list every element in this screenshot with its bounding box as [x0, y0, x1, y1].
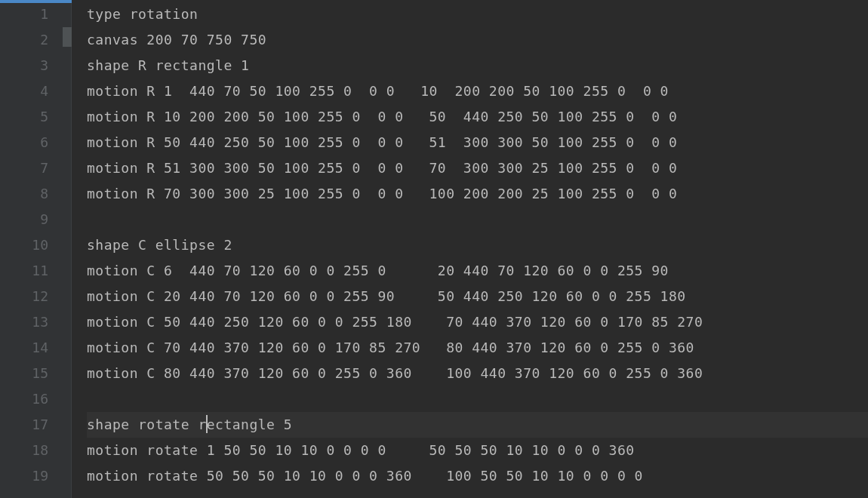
code-line[interactable]: motion R 50 440 250 50 100 255 0 0 0 51 …: [87, 130, 868, 155]
code-text: shape R rectangle 1: [87, 57, 249, 73]
gutter: 12345678910111213141516171819: [0, 0, 72, 498]
code-line[interactable]: motion C 70 440 370 120 60 0 170 85 270 …: [87, 335, 868, 361]
code-text: type rotation: [87, 6, 198, 22]
code-line[interactable]: [87, 207, 868, 232]
code-line[interactable]: motion R 51 300 300 50 100 255 0 0 0 70 …: [87, 155, 868, 181]
code-text: motion R 1 440 70 50 100 255 0 0 0 10 20…: [87, 83, 669, 99]
line-number: 5: [0, 104, 71, 130]
line-number: 6: [0, 130, 71, 155]
code-text: motion R 10 200 200 50 100 255 0 0 0 50 …: [87, 109, 677, 124]
line-number: 2: [0, 27, 71, 53]
code-line[interactable]: [87, 386, 868, 412]
code-text: motion rotate 50 50 50 10 10 0 0 0 360 1…: [87, 468, 643, 484]
line-marker: [63, 27, 72, 47]
text-cursor: [206, 415, 208, 433]
code-text: motion C 70 440 370 120 60 0 170 85 270 …: [87, 340, 694, 355]
code-line[interactable]: shape rotate rectangle 5: [87, 412, 868, 438]
line-number: 14: [0, 335, 71, 361]
code-line[interactable]: motion R 1 440 70 50 100 255 0 0 0 10 20…: [87, 78, 868, 104]
code-text: canvas 200 70 750 750: [87, 32, 266, 48]
gutter-highlight: [0, 0, 72, 3]
code-text: motion R 50 440 250 50 100 255 0 0 0 51 …: [87, 134, 677, 150]
line-number: 18: [0, 438, 71, 463]
code-line[interactable]: canvas 200 70 750 750: [87, 27, 868, 53]
code-line[interactable]: motion C 20 440 70 120 60 0 0 255 90 50 …: [87, 284, 868, 309]
code-line[interactable]: type rotation: [87, 2, 868, 27]
line-number: 4: [0, 78, 71, 104]
line-number: 12: [0, 284, 71, 309]
code-text: motion C 80 440 370 120 60 0 255 0 360 1…: [87, 365, 703, 381]
line-number: 10: [0, 232, 71, 258]
line-number: 11: [0, 258, 71, 284]
code-line[interactable]: motion C 80 440 370 120 60 0 255 0 360 1…: [87, 361, 868, 386]
code-area[interactable]: type rotationcanvas 200 70 750 750shape …: [72, 0, 868, 498]
line-number: 13: [0, 309, 71, 335]
code-text: motion R 51 300 300 50 100 255 0 0 0 70 …: [87, 160, 677, 176]
code-text: motion R 70 300 300 25 100 255 0 0 0 100…: [87, 186, 677, 201]
code-line[interactable]: motion C 6 440 70 120 60 0 0 255 0 20 44…: [87, 258, 868, 284]
code-line[interactable]: motion R 10 200 200 50 100 255 0 0 0 50 …: [87, 104, 868, 130]
code-line[interactable]: motion R 70 300 300 25 100 255 0 0 0 100…: [87, 181, 868, 207]
line-number: 9: [0, 207, 71, 232]
line-number: 16: [0, 386, 71, 412]
line-number: 15: [0, 361, 71, 386]
line-number: 1: [0, 2, 71, 27]
code-line[interactable]: motion rotate 50 50 50 10 10 0 0 0 360 1…: [87, 463, 868, 489]
code-text: motion rotate 1 50 50 10 10 0 0 0 0 50 5…: [87, 442, 635, 458]
code-text: motion C 6 440 70 120 60 0 0 255 0 20 44…: [87, 263, 669, 278]
line-number: 7: [0, 155, 71, 181]
code-line[interactable]: motion rotate 1 50 50 10 10 0 0 0 0 50 5…: [87, 438, 868, 463]
code-line[interactable]: shape R rectangle 1: [87, 53, 868, 78]
code-editor[interactable]: 12345678910111213141516171819 type rotat…: [0, 0, 868, 498]
line-number: 3: [0, 53, 71, 78]
code-line[interactable]: shape C ellipse 2: [87, 232, 868, 258]
code-text: motion C 50 440 250 120 60 0 0 255 180 7…: [87, 314, 703, 330]
code-text: shape rotate rectangle 5: [87, 417, 292, 432]
code-line[interactable]: motion C 50 440 250 120 60 0 0 255 180 7…: [87, 309, 868, 335]
code-text: shape C ellipse 2: [87, 237, 232, 253]
line-number: 19: [0, 463, 71, 489]
code-text: motion C 20 440 70 120 60 0 0 255 90 50 …: [87, 288, 686, 304]
line-number: 17: [0, 412, 71, 438]
line-number: 8: [0, 181, 71, 207]
